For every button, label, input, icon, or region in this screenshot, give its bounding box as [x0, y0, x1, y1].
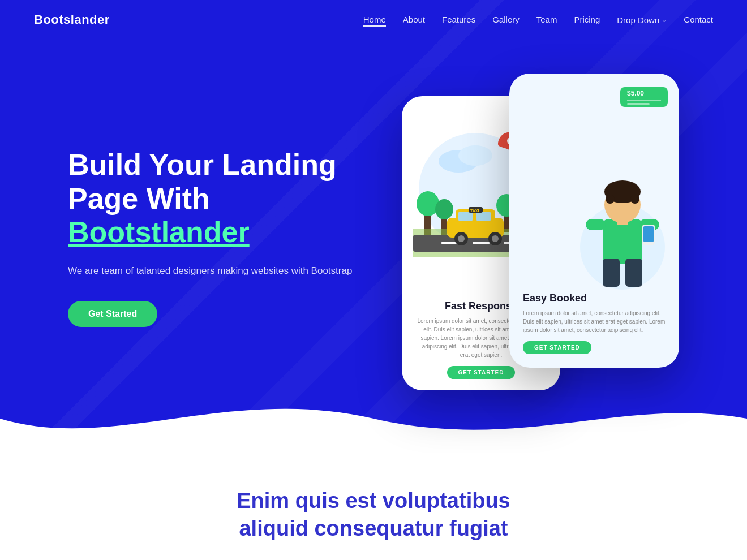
price-line-2 — [627, 103, 650, 105]
nav-item-pricing[interactable]: Pricing — [574, 15, 600, 25]
nav-link-features[interactable]: Features — [442, 15, 475, 24]
hero-section: Build Your Landing Page With Bootstlande… — [0, 0, 747, 453]
hero-title: Build Your Landing Page With Bootstlande… — [68, 148, 362, 249]
chevron-down-icon: ⌄ — [662, 16, 667, 24]
price-value: $5.00 — [627, 89, 644, 97]
hero-content: Build Your Landing Page With Bootstlande… — [34, 17, 713, 436]
phone-front-person-illustration — [521, 113, 668, 292]
phone-front-card-title: Easy Booked — [523, 292, 666, 304]
phone-mockup-front: $5.00 — [509, 74, 679, 368]
svg-rect-32 — [625, 259, 642, 287]
svg-point-19 — [458, 235, 465, 242]
nav-link-pricing[interactable]: Pricing — [574, 15, 600, 24]
nav-item-about[interactable]: About — [403, 15, 425, 25]
nav-link-contact[interactable]: Contact — [684, 15, 713, 24]
get-started-button[interactable]: Get Started — [68, 301, 157, 327]
nav-link-dropdown[interactable]: Drop Down ⌄ — [617, 15, 667, 25]
svg-rect-37 — [617, 219, 628, 225]
nav-item-dropdown[interactable]: Drop Down ⌄ — [617, 15, 667, 25]
phone-front-top: $5.00 — [521, 87, 668, 107]
person-svg — [577, 145, 668, 292]
svg-rect-30 — [643, 226, 654, 242]
nav-links: Home About Features Gallery Team Pricing… — [363, 15, 713, 25]
below-fold-heading: Enim quis est voluptatibus aliquid conse… — [204, 487, 543, 543]
svg-point-21 — [492, 235, 499, 242]
phone-front-card-text: Lorem ipsum dolor sit amet, consectetur … — [523, 309, 666, 334]
brand-logo[interactable]: Bootslander — [34, 12, 110, 27]
nav-link-about[interactable]: About — [403, 15, 425, 24]
hero-subtitle: We are team of talanted designers making… — [68, 263, 362, 278]
hero-image: TAXI Fast Response Lorem ipsum dolor sit… — [385, 74, 679, 402]
svg-rect-16 — [458, 212, 473, 221]
hero-title-highlight: Bootstlander — [68, 216, 250, 248]
nav-item-features[interactable]: Features — [442, 15, 475, 25]
nav-item-gallery[interactable]: Gallery — [492, 15, 520, 25]
svg-point-35 — [606, 195, 615, 204]
phone-front-cta-button[interactable]: GET STARTED — [523, 341, 591, 354]
svg-point-6 — [435, 199, 453, 219]
nav-item-team[interactable]: Team — [536, 15, 557, 25]
price-line-1 — [627, 100, 661, 101]
price-badge-lines — [627, 100, 661, 105]
nav-link-home[interactable]: Home — [363, 15, 386, 27]
below-fold-section: Enim quis est voluptatibus aliquid conse… — [0, 453, 747, 560]
phone-back-cta-button[interactable]: GET STARTED — [447, 366, 516, 379]
nav-item-contact[interactable]: Contact — [684, 15, 713, 25]
svg-rect-12 — [473, 242, 490, 244]
svg-text:TAXI: TAXI — [470, 209, 479, 213]
price-badge: $5.00 — [620, 87, 668, 107]
svg-rect-31 — [603, 259, 620, 287]
svg-point-36 — [630, 195, 639, 204]
price-badge-container: $5.00 — [620, 87, 668, 107]
nav-link-team[interactable]: Team — [536, 15, 557, 24]
hero-text: Build Your Landing Page With Bootstlande… — [68, 148, 362, 328]
svg-rect-27 — [586, 219, 606, 230]
svg-rect-26 — [603, 219, 642, 264]
phone-front-card: Easy Booked Lorem ipsum dolor sit amet, … — [521, 292, 668, 354]
svg-point-2 — [458, 145, 492, 166]
nav-link-gallery[interactable]: Gallery — [492, 15, 520, 24]
svg-rect-17 — [476, 212, 491, 221]
nav-item-home[interactable]: Home — [363, 15, 386, 25]
navbar: Bootslander Home About Features Gallery … — [0, 0, 747, 40]
